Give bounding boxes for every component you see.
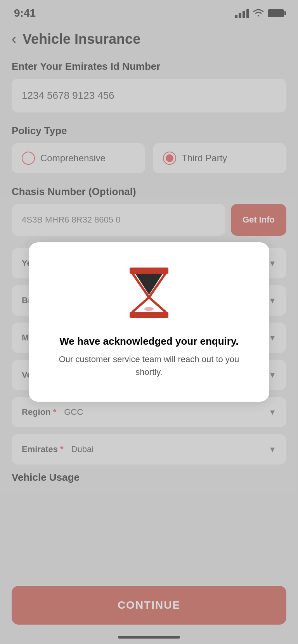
modal-subtitle: Our customer service team will reach out… — [48, 353, 250, 378]
modal-card: We have acknowledged your enquiry. Our c… — [29, 242, 269, 402]
modal-title: We have acknowledged your enquiry. — [59, 335, 238, 347]
modal-overlay: We have acknowledged your enquiry. Our c… — [0, 0, 298, 644]
hourglass-icon — [126, 266, 172, 321]
svg-rect-1 — [130, 312, 168, 318]
svg-rect-0 — [130, 268, 168, 274]
svg-point-7 — [144, 307, 154, 311]
